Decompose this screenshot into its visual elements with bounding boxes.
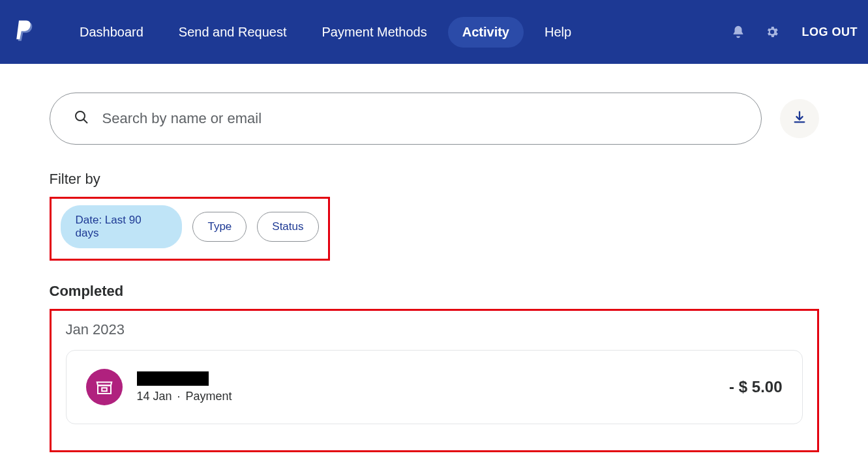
merchant-icon: [86, 369, 123, 405]
filter-chip-type[interactable]: Type: [192, 212, 247, 242]
filter-label: Filter by: [50, 171, 819, 188]
transactions-highlight: Jan 2023 14 Jan·Payment - $ 5.00: [50, 309, 819, 452]
svg-line-1: [83, 119, 87, 123]
month-label: Jan 2023: [66, 321, 803, 338]
activity-content: Filter by Date: Last 90 days Type Status…: [50, 64, 819, 452]
main-nav: Dashboard Send and Request Payment Metho…: [65, 17, 586, 48]
gear-icon[interactable]: [764, 24, 780, 40]
nav-dashboard[interactable]: Dashboard: [65, 17, 158, 48]
nav-send-request[interactable]: Send and Request: [164, 17, 301, 48]
transaction-amount: - $ 5.00: [729, 378, 782, 396]
transaction-info: 14 Jan·Payment: [137, 371, 232, 403]
search-row: [50, 93, 819, 145]
paypal-logo[interactable]: [14, 19, 37, 45]
download-button[interactable]: [780, 99, 819, 138]
top-nav: Dashboard Send and Request Payment Metho…: [0, 0, 868, 64]
filter-chips-highlight: Date: Last 90 days Type Status: [50, 197, 330, 261]
filter-chip-status[interactable]: Status: [257, 212, 318, 242]
transaction-meta: 14 Jan·Payment: [137, 390, 232, 403]
search-icon: [74, 109, 89, 128]
filter-section: Filter by Date: Last 90 days Type Status: [50, 171, 819, 261]
transaction-payee-redacted: [137, 371, 209, 386]
transaction-date: 14 Jan: [137, 390, 172, 403]
filter-chip-date[interactable]: Date: Last 90 days: [61, 205, 183, 248]
svg-rect-2: [98, 386, 111, 394]
logout-button[interactable]: LOG OUT: [802, 25, 858, 39]
nav-activity[interactable]: Activity: [448, 17, 524, 48]
transaction-type: Payment: [186, 390, 232, 403]
transaction-row[interactable]: 14 Jan·Payment - $ 5.00: [66, 350, 803, 424]
bell-icon[interactable]: [730, 24, 746, 40]
svg-point-0: [76, 111, 85, 121]
nav-payment-methods[interactable]: Payment Methods: [308, 17, 441, 48]
nav-help[interactable]: Help: [530, 17, 586, 48]
download-icon: [792, 110, 807, 127]
header-actions: LOG OUT: [730, 24, 858, 40]
search-input[interactable]: [102, 110, 738, 127]
search-box[interactable]: [50, 93, 762, 145]
svg-rect-3: [102, 388, 107, 391]
completed-heading: Completed: [50, 283, 819, 300]
